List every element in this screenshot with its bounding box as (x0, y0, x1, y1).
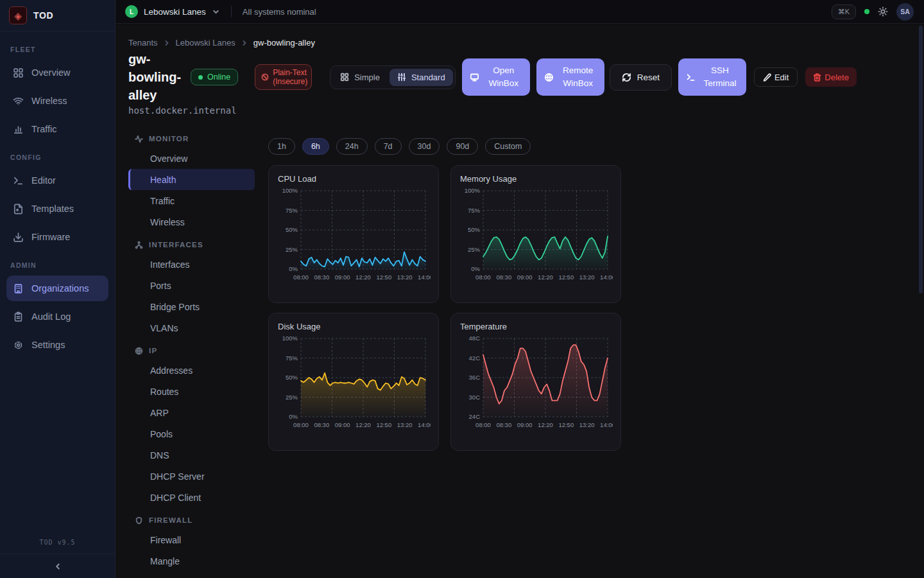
device-nav-section-monitor: MONITOR (128, 130, 255, 148)
svg-text:42C: 42C (469, 355, 481, 362)
sidebar-item-label: Organizations (31, 283, 89, 293)
cpu-load-chart: 100%75%50%25%0%08:0008:3009:0012:2012:50… (278, 186, 431, 290)
chevron-right-icon (163, 39, 171, 47)
sidebar-item-settings[interactable]: Settings (6, 332, 108, 358)
svg-text:12:20: 12:20 (538, 274, 553, 281)
sliders-icon (397, 73, 406, 82)
app-logo-icon: ◈ (9, 6, 27, 24)
mode-simple-button[interactable]: Simple (332, 69, 388, 86)
sidebar-item-organizations[interactable]: Organizations (6, 276, 108, 301)
svg-text:50%: 50% (468, 226, 481, 233)
svg-text:13:20: 13:20 (579, 421, 595, 428)
device-nav-item-dhcp-server[interactable]: DHCP Server (128, 466, 255, 487)
svg-text:0%: 0% (289, 413, 298, 420)
chevron-down-icon (212, 8, 220, 16)
user-avatar[interactable]: SA (896, 3, 914, 21)
device-nav-item-routes[interactable]: Routes (128, 381, 255, 402)
device-nav-item-bridge-ports[interactable]: Bridge Ports (128, 296, 255, 317)
svg-text:09:00: 09:00 (517, 421, 533, 428)
app-name: TOD (33, 10, 53, 21)
device-nav-item-ports[interactable]: Ports (128, 275, 255, 296)
device-nav-item-firewall[interactable]: Firewall (128, 529, 255, 550)
device-header: gw-bowling-alley Online Plain-Text (Inse… (116, 48, 924, 96)
svg-text:08:30: 08:30 (496, 421, 511, 428)
health-panel: 1h 6h 24h 7d 30d 90d Custom CPU Load 100… (268, 127, 621, 572)
sidebar-item-templates[interactable]: Templates (6, 196, 108, 222)
mode-simple-label: Simple (354, 73, 380, 82)
sidebar-item-label: Editor (31, 175, 56, 186)
activity-icon (135, 135, 143, 143)
sidebar-item-overview[interactable]: Overview (6, 60, 108, 85)
svg-text:08:00: 08:00 (293, 274, 309, 281)
time-range-selector: 1h 6h 24h 7d 30d 90d Custom (268, 138, 621, 155)
sidebar-item-wireless[interactable]: Wireless (6, 88, 108, 114)
time-range-90d[interactable]: 90d (447, 138, 478, 155)
sidebar-item-label: Audit Log (31, 311, 71, 322)
device-nav-item-mangle[interactable]: Mangle (128, 550, 255, 572)
time-range-custom[interactable]: Custom (485, 138, 531, 155)
sidebar-item-audit-log[interactable]: Audit Log (6, 304, 108, 329)
command-palette-shortcut[interactable]: ⌘K (832, 4, 856, 19)
svg-text:09:00: 09:00 (517, 274, 533, 281)
sidebar-item-editor[interactable]: Editor (6, 168, 108, 193)
sun-icon (878, 6, 888, 17)
sidebar-item-firmware[interactable]: Firmware (6, 224, 108, 250)
device-nav-item-wireless[interactable]: Wireless (128, 211, 255, 232)
time-range-1h[interactable]: 1h (268, 138, 295, 155)
theme-toggle-button[interactable] (878, 6, 888, 17)
breadcrumb-tenant[interactable]: Lebowski Lanes (176, 38, 235, 48)
svg-text:50%: 50% (286, 374, 298, 381)
device-toolbar: Simple Standard Open WinBox Remote WinBo… (330, 58, 857, 96)
svg-text:13:20: 13:20 (397, 274, 413, 281)
device-nav-item-pools[interactable]: Pools (128, 423, 255, 444)
device-nav-item-traffic[interactable]: Traffic (128, 190, 255, 211)
device-nav-item-health[interactable]: Health (128, 169, 255, 190)
open-winbox-button[interactable]: Open WinBox (462, 58, 530, 96)
svg-text:25%: 25% (286, 394, 298, 401)
device-nav: MONITOR Overview Health Traffic Wireless… (128, 127, 255, 572)
svg-text:30C: 30C (469, 394, 481, 401)
chart-card-cpu-load: CPU Load 100%75%50%25%0%08:0008:3009:001… (268, 165, 439, 303)
breadcrumb-device: gw-bowling-alley (253, 38, 315, 48)
terminal-icon (13, 175, 24, 186)
reset-button[interactable]: Reset (610, 64, 672, 91)
scrollbar-thumb[interactable] (919, 26, 923, 293)
device-nav-item-dns[interactable]: DNS (128, 444, 255, 466)
device-nav-item-arp[interactable]: ARP (128, 402, 255, 423)
chart-title: Disk Usage (278, 322, 429, 331)
svg-text:13:20: 13:20 (579, 274, 595, 281)
edit-button[interactable]: Edit (754, 67, 798, 87)
svg-text:36C: 36C (469, 374, 481, 381)
device-body: MONITOR Overview Health Traffic Wireless… (116, 127, 924, 572)
delete-button[interactable]: Delete (805, 67, 857, 87)
time-range-7d[interactable]: 7d (375, 138, 402, 155)
time-range-30d[interactable]: 30d (409, 138, 440, 155)
wifi-icon (13, 96, 24, 107)
sidebar-collapse-button[interactable] (0, 554, 115, 578)
svg-text:75%: 75% (468, 207, 481, 214)
device-nav-item-dhcp-client[interactable]: DHCP Client (128, 487, 255, 508)
device-nav-item-vlans[interactable]: VLANs (128, 317, 255, 338)
monitor-icon (470, 73, 479, 82)
sidebar-item-traffic[interactable]: Traffic (6, 116, 108, 142)
device-nav-item-addresses[interactable]: Addresses (128, 360, 255, 381)
time-range-24h[interactable]: 24h (336, 138, 368, 155)
app-version: TOD v9.5 (0, 532, 115, 554)
svg-text:100%: 100% (282, 335, 298, 342)
remote-winbox-label: Remote WinBox (560, 64, 597, 90)
sidebar-nav: FLEET Overview Wireless Traffic CONFIG E… (0, 31, 115, 532)
svg-text:12:20: 12:20 (538, 421, 553, 428)
ssh-terminal-button[interactable]: SSH Terminal (678, 58, 746, 96)
disk-usage-chart: 100%75%50%25%0%08:0008:3009:0012:2012:50… (278, 333, 431, 437)
mode-standard-button[interactable]: Standard (389, 69, 453, 86)
breadcrumb-tenants[interactable]: Tenants (128, 38, 158, 48)
sidebar-item-label: Templates (31, 204, 74, 214)
svg-text:08:00: 08:00 (475, 274, 491, 281)
tenant-selector[interactable]: L Lebowski Lanes (125, 5, 220, 18)
svg-text:14:00: 14:00 (600, 274, 613, 281)
remote-winbox-button[interactable]: Remote WinBox (536, 58, 604, 96)
device-nav-item-interfaces[interactable]: Interfaces (128, 254, 255, 275)
topbar-right: ⌘K SA (832, 3, 914, 21)
time-range-6h[interactable]: 6h (302, 138, 329, 155)
device-nav-item-overview[interactable]: Overview (128, 148, 255, 169)
